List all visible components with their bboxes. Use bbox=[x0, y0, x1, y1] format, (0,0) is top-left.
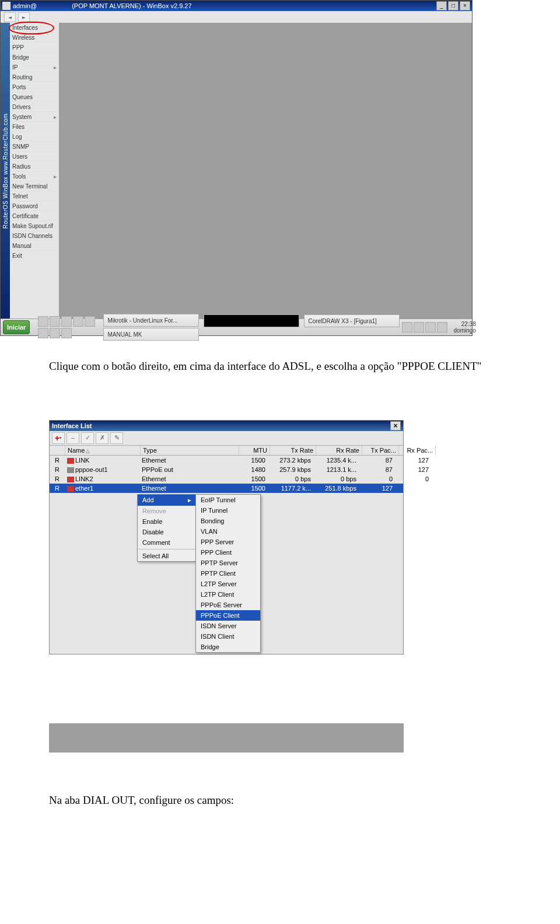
quicklaunch-icon[interactable] bbox=[61, 316, 72, 327]
menu-item-drivers[interactable]: Drivers bbox=[10, 102, 59, 112]
submenu-arrow-icon: ▸ bbox=[54, 173, 57, 180]
minimize-button[interactable]: _ bbox=[436, 1, 447, 10]
table-row[interactable]: Rether1Ethernet15001177.2 k...251.8 kbps… bbox=[50, 484, 403, 493]
forward-button[interactable]: ► bbox=[18, 12, 30, 22]
tray-icon[interactable] bbox=[402, 322, 412, 332]
sub-pptp-client[interactable]: PPTP Client bbox=[196, 568, 260, 579]
toolbar: +▾ − ✓ ✗ ✎ bbox=[50, 431, 403, 446]
menu-item-isdn-channels[interactable]: ISDN Channels bbox=[10, 231, 59, 241]
comment-button[interactable]: ✎ bbox=[110, 432, 123, 444]
maximize-button[interactable]: □ bbox=[448, 1, 459, 10]
taskbar-task[interactable]: MANUAL MK bbox=[103, 328, 199, 341]
ctx-disable[interactable]: Disable bbox=[138, 527, 196, 537]
window-title: Interface List bbox=[52, 422, 92, 429]
titlebar[interactable]: admin@ (POP MONT ALVERNE) - WinBox v2.9.… bbox=[1, 1, 472, 11]
tray-icon[interactable] bbox=[425, 322, 436, 332]
sub-ppp-server[interactable]: PPP Server bbox=[196, 537, 260, 547]
interface-icon bbox=[67, 458, 74, 464]
table-row[interactable]: RLINK2Ethernet15000 bps0 bps00 bbox=[50, 474, 403, 484]
col-txpac[interactable]: Tx Pac... bbox=[362, 446, 399, 455]
sub-l2tp-server[interactable]: L2TP Server bbox=[196, 579, 260, 589]
menu-item-wireless[interactable]: Wireless bbox=[10, 33, 59, 43]
menu-item-manual[interactable]: Manual bbox=[10, 241, 59, 251]
start-button[interactable]: Iniciar bbox=[3, 320, 30, 334]
col-mtu[interactable]: MTU bbox=[239, 446, 270, 455]
sub-ip-tunnel[interactable]: IP Tunnel bbox=[196, 505, 260, 516]
sub-bridge[interactable]: Bridge bbox=[196, 642, 260, 652]
quicklaunch-icon[interactable] bbox=[38, 328, 48, 338]
back-button[interactable]: ◄ bbox=[4, 12, 16, 22]
sub-ppp-client[interactable]: PPP Client bbox=[196, 547, 260, 558]
sub-vlan[interactable]: VLAN bbox=[196, 526, 260, 537]
menu-item-system[interactable]: System▸ bbox=[10, 112, 59, 122]
main-menu: InterfacesWirelessPPPBridgeIP▸RoutingPor… bbox=[10, 23, 60, 319]
interface-icon bbox=[67, 477, 74, 482]
col-rxrate[interactable]: Rx Rate bbox=[316, 446, 362, 455]
menu-item-ports[interactable]: Ports bbox=[10, 82, 59, 92]
menu-item-exit[interactable]: Exit bbox=[10, 251, 59, 261]
add-button[interactable]: +▾ bbox=[52, 432, 65, 444]
menu-item-bridge[interactable]: Bridge bbox=[10, 52, 59, 62]
interface-grid: Name△ Type MTU Tx Rate Rx Rate Tx Pac...… bbox=[50, 446, 403, 493]
taskbar-task[interactable]: CorelDRAW X3 - [Figura1] bbox=[304, 314, 400, 327]
instruction-text-1: Clique com o botão direito, em cima da i… bbox=[49, 359, 516, 373]
enable-button[interactable]: ✓ bbox=[81, 432, 94, 444]
col-type[interactable]: Type bbox=[141, 446, 239, 455]
close-button[interactable]: × bbox=[460, 1, 470, 10]
table-row[interactable]: Rpppoe-out1PPPoE out1480257.9 kbps1213.1… bbox=[50, 465, 403, 474]
menu-item-queues[interactable]: Queues bbox=[10, 92, 59, 102]
close-button[interactable]: × bbox=[390, 421, 401, 430]
sub-pppoe-server[interactable]: PPPoE Server bbox=[196, 600, 260, 610]
ctx-select-all[interactable]: Select All bbox=[138, 551, 196, 561]
menu-item-make-supout.rif[interactable]: Make Supout.rif bbox=[10, 221, 59, 231]
menu-item-certificate[interactable]: Certificate bbox=[10, 211, 59, 221]
col-txrate[interactable]: Tx Rate bbox=[270, 446, 316, 455]
disable-button[interactable]: ✗ bbox=[96, 432, 108, 444]
quicklaunch-icon[interactable] bbox=[50, 328, 60, 338]
menu-item-tools[interactable]: Tools▸ bbox=[10, 172, 59, 181]
ctx-add[interactable]: Add▸ bbox=[138, 495, 196, 506]
remove-button[interactable]: − bbox=[66, 432, 79, 444]
tray-icon[interactable] bbox=[437, 322, 447, 332]
menu-item-files[interactable]: Files bbox=[10, 122, 59, 132]
clock[interactable]: 22:38 domingo bbox=[451, 321, 478, 334]
col-name[interactable]: Name△ bbox=[65, 446, 141, 455]
sub-isdn-client[interactable]: ISDN Client bbox=[196, 631, 260, 642]
menu-item-password[interactable]: Password bbox=[10, 201, 59, 211]
quicklaunch-icon[interactable] bbox=[38, 316, 48, 327]
quicklaunch-icon[interactable] bbox=[50, 316, 60, 327]
col-flag[interactable] bbox=[50, 446, 65, 455]
menu-item-radius[interactable]: Radius bbox=[10, 162, 59, 172]
col-rxpac[interactable]: Rx Pac... bbox=[399, 446, 436, 455]
ctx-comment[interactable]: Comment bbox=[138, 537, 196, 548]
sub-l2tp-client[interactable]: L2TP Client bbox=[196, 589, 260, 600]
menu-item-ppp[interactable]: PPP bbox=[10, 43, 59, 52]
menu-item-new-terminal[interactable]: New Terminal bbox=[10, 181, 59, 191]
interface-icon bbox=[67, 486, 74, 492]
sub-bonding[interactable]: Bonding bbox=[196, 516, 260, 526]
menu-item-routing[interactable]: Routing bbox=[10, 72, 59, 82]
quicklaunch-icon[interactable] bbox=[85, 316, 95, 327]
sideband-label: RouterOS WinBox www.RouterClub.com bbox=[1, 23, 10, 319]
ctx-enable[interactable]: Enable bbox=[138, 516, 196, 527]
menu-item-snmp[interactable]: SNMP bbox=[10, 142, 59, 152]
menu-item-interfaces[interactable]: Interfaces bbox=[10, 23, 59, 33]
grid-header: Name△ Type MTU Tx Rate Rx Rate Tx Pac...… bbox=[50, 446, 403, 456]
window-titlebar[interactable]: Interface List × bbox=[50, 421, 403, 431]
sub-pptp-server[interactable]: PPTP Server bbox=[196, 558, 260, 568]
quicklaunch-icon[interactable] bbox=[61, 328, 72, 338]
tray-icon[interactable] bbox=[414, 322, 424, 332]
menu-item-log[interactable]: Log bbox=[10, 132, 59, 142]
table-row[interactable]: RLINKEthernet1500273.2 kbps1235.4 k...87… bbox=[50, 456, 403, 465]
menu-item-ip[interactable]: IP▸ bbox=[10, 62, 59, 72]
submenu-arrow-icon: ▸ bbox=[188, 496, 191, 504]
sub-isdn-server[interactable]: ISDN Server bbox=[196, 621, 260, 631]
submenu-arrow-icon: ▸ bbox=[54, 64, 57, 71]
taskbar-task[interactable] bbox=[204, 314, 299, 327]
sub-eoip-tunnel[interactable]: EoIP Tunnel bbox=[196, 495, 260, 505]
taskbar-task[interactable]: Mikrotik - UnderLinux For... bbox=[103, 314, 199, 327]
menu-item-users[interactable]: Users bbox=[10, 152, 59, 162]
sub-pppoe-client[interactable]: PPPoE Client bbox=[196, 610, 260, 621]
menu-item-telnet[interactable]: Telnet bbox=[10, 191, 59, 201]
quicklaunch-icon[interactable] bbox=[73, 316, 83, 327]
